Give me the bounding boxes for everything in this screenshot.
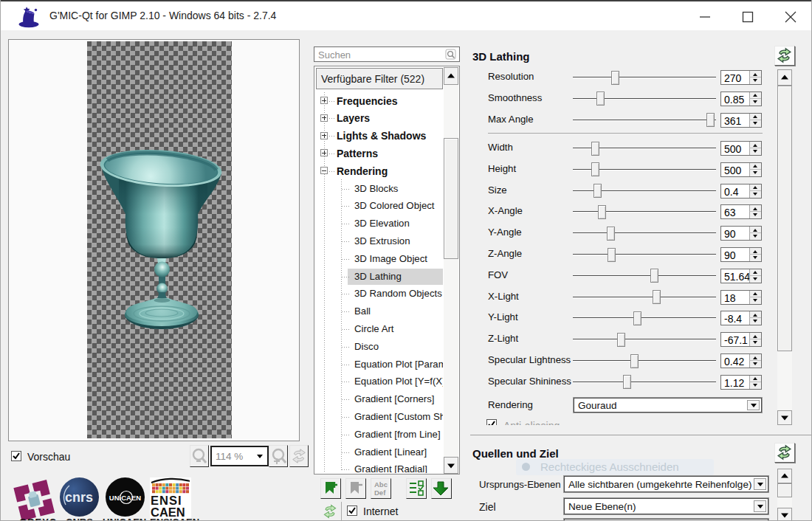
- svg-text:cnrs: cnrs: [65, 490, 93, 505]
- svg-text:UNiCAEN: UNiCAEN: [109, 494, 141, 502]
